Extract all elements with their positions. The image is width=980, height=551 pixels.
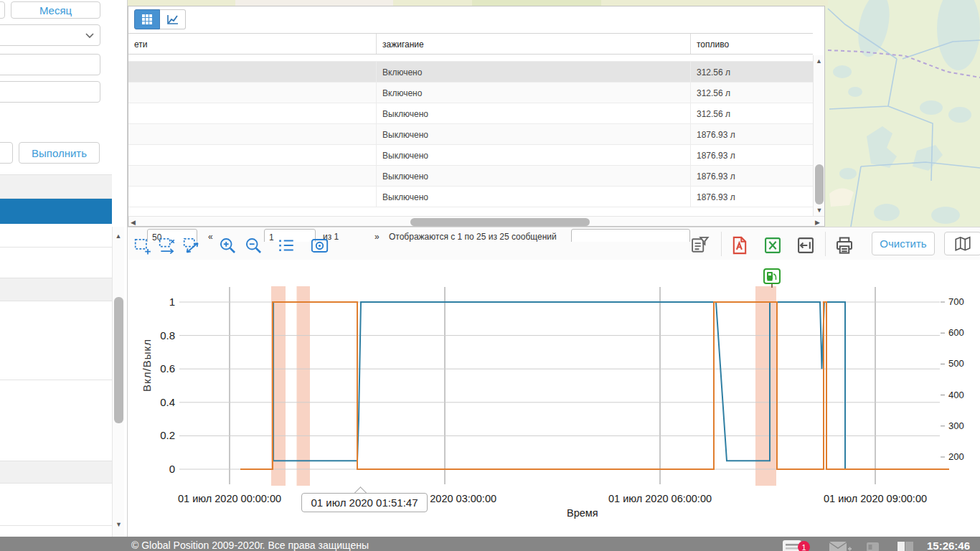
- list-item[interactable]: [0, 301, 112, 380]
- table-row[interactable]: Выключено1876.93 л: [128, 124, 813, 145]
- view-toggle-group: [134, 9, 186, 29]
- zoom-out-icon[interactable]: [242, 235, 264, 256]
- list-item[interactable]: [0, 461, 112, 484]
- table-hscrollbar[interactable]: ◀ ▶: [128, 216, 824, 227]
- table-cell: 1876.93 л: [691, 166, 813, 186]
- zoom-xy-icon[interactable]: [181, 235, 202, 256]
- x-tick-label: 01 июл 2020 06:00:00: [608, 493, 712, 504]
- table-row[interactable]: Выключено1876.93 л: [128, 145, 813, 166]
- y-left-tick-label: 0.4: [160, 396, 175, 408]
- import-icon[interactable]: [795, 235, 816, 256]
- list-item[interactable]: [0, 526, 112, 537]
- chart-tooltip: 01 июл 2020 01:51:47: [301, 493, 428, 512]
- separator: [721, 232, 722, 256]
- panel-icon[interactable]: [866, 542, 880, 551]
- table-grid-icon: [141, 14, 153, 25]
- y-left-tick-label: 0: [169, 463, 175, 475]
- chart-toolbar: 50 « 1 из 1 » Отображаются с 1 по 25 из …: [128, 227, 980, 260]
- chevron-down-icon: [85, 33, 94, 39]
- signals-chart[interactable]: 01 июл 2020 00:00:0001 июл 2020 03:00:00…: [128, 260, 980, 537]
- y-left-tick-label: 0.6: [160, 362, 175, 375]
- list-item[interactable]: [0, 248, 112, 278]
- list-item[interactable]: [0, 278, 112, 301]
- export-pdf-icon[interactable]: [729, 235, 750, 256]
- chart-view-toggle[interactable]: [160, 9, 186, 29]
- x-tick-label: 01 июл 2020 00:00:00: [178, 493, 281, 504]
- scroll-up-icon[interactable]: ▲: [814, 57, 824, 65]
- table-row[interactable]: Включено312.56 л: [128, 83, 813, 103]
- separator: [825, 232, 826, 256]
- series-топливо: [273, 302, 949, 469]
- map-view-button[interactable]: [944, 232, 980, 255]
- table-row[interactable]: Выключено312.56 л: [128, 103, 813, 124]
- table-view-toggle[interactable]: [134, 9, 160, 29]
- y-axis-label: Вкл/Выкл: [141, 339, 153, 392]
- table-body: Включено312.56 лВключено312.56 лВыключен…: [128, 55, 813, 217]
- column-header-fuel[interactable]: топливо: [691, 34, 813, 54]
- highlight-band: [755, 286, 776, 486]
- period-week-button[interactable]: [0, 1, 5, 19]
- table-cell: Включено: [377, 83, 691, 103]
- table-cell: 312.56 л: [691, 103, 813, 123]
- table-cell: [128, 166, 377, 186]
- x-tick-label: 01 июл 2020 09:00:00: [824, 493, 927, 504]
- table-row-partial[interactable]: [128, 55, 813, 62]
- filter-icon[interactable]: [689, 235, 710, 256]
- table-cell: 312.56 л: [691, 62, 813, 82]
- layout-icon[interactable]: [897, 541, 914, 551]
- clear-button[interactable]: Очистить: [872, 232, 935, 255]
- table-hscroll-thumb[interactable]: [410, 218, 590, 226]
- date-to-input[interactable]: [0, 81, 100, 103]
- table-cell: Выключено: [377, 145, 691, 165]
- page-last-icon[interactable]: »: [374, 232, 380, 242]
- page-first-icon[interactable]: «: [208, 232, 213, 242]
- date-from-input[interactable]: [0, 54, 100, 75]
- table-cell: [128, 103, 377, 123]
- column-header-ignition[interactable]: зажигание: [377, 34, 691, 54]
- table-cell: Выключено: [377, 187, 691, 207]
- mail-icon[interactable]: [829, 541, 852, 551]
- table-row[interactable]: Выключено1876.93 л: [128, 187, 813, 207]
- snapshot-target-icon[interactable]: [308, 235, 330, 256]
- scroll-right-icon[interactable]: ▶: [815, 219, 820, 226]
- object-select[interactable]: [0, 24, 100, 46]
- table-vscrollbar[interactable]: ▲ ▼: [813, 55, 824, 217]
- zoom-select-icon[interactable]: [132, 235, 154, 256]
- y-left-tick-label: 1: [169, 296, 175, 308]
- period-month-button[interactable]: Месяц: [11, 1, 100, 19]
- pagination-summary: Отображаются с 1 по 25 из 25 сообщений: [389, 232, 557, 242]
- table-cell: 1876.93 л: [691, 124, 813, 144]
- notification-badge[interactable]: 1: [798, 541, 810, 551]
- scroll-up-icon[interactable]: ▲: [113, 232, 124, 240]
- table-row[interactable]: Включено312.56 л: [128, 62, 813, 83]
- list-item[interactable]: [0, 224, 112, 248]
- scroll-down-icon[interactable]: ▼: [113, 521, 125, 528]
- list-item[interactable]: [0, 174, 112, 199]
- highlight-band: [297, 286, 311, 486]
- table-cell: Выключено: [377, 103, 691, 123]
- table-row[interactable]: Выключено1876.93 л: [128, 166, 813, 187]
- messages-dialog: ети зажигание топливо Включено312.56 лВк…: [128, 6, 825, 227]
- list-item[interactable]: [0, 380, 112, 461]
- table-cell: 1876.93 л: [691, 187, 813, 207]
- print-icon[interactable]: [834, 235, 855, 256]
- sidebar-scroll-thumb[interactable]: [114, 297, 123, 423]
- execute-button[interactable]: Выполнить: [19, 142, 100, 164]
- fuel-station-icon[interactable]: [763, 268, 781, 284]
- zoom-x-axis-icon[interactable]: [156, 235, 178, 256]
- scroll-down-icon[interactable]: ▼: [814, 207, 825, 214]
- copyright-text: © Global Position 2009-2020г. Все права …: [131, 540, 369, 551]
- scroll-left-icon[interactable]: ◀: [131, 219, 136, 226]
- column-header-network[interactable]: ети: [128, 34, 377, 54]
- table-vscroll-thumb[interactable]: [815, 164, 824, 204]
- y-left-tick-label: 0.2: [160, 429, 175, 441]
- list-item-selected[interactable]: [0, 199, 112, 224]
- reset-button[interactable]: [0, 142, 13, 164]
- table-cell: [128, 145, 377, 165]
- table-cell: 1876.93 л: [691, 145, 813, 165]
- list-item[interactable]: [0, 484, 112, 526]
- sidebar-scrollbar[interactable]: ▲ ▼: [112, 227, 124, 537]
- zoom-in-icon[interactable]: [217, 235, 238, 256]
- export-excel-icon[interactable]: [762, 235, 783, 256]
- settings-list-icon[interactable]: [275, 235, 297, 256]
